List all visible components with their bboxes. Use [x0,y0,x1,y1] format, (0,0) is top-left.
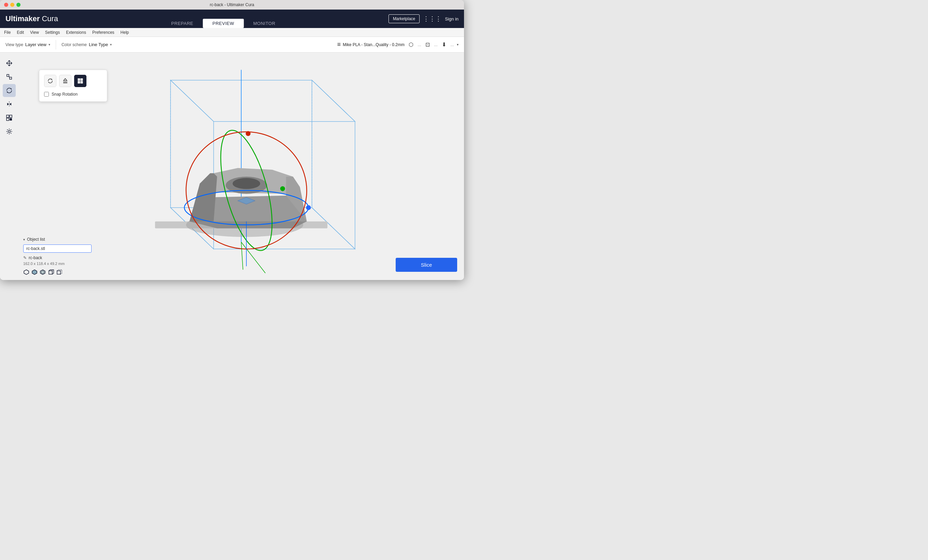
mirror-icon [6,101,13,108]
align-to-surface-button[interactable] [59,75,72,87]
menubar: File Edit View Settings Extensions Prefe… [0,28,464,37]
svg-marker-24 [190,173,217,221]
move-icon [6,60,13,67]
edit-icon: ✎ [23,256,27,260]
move-tool-button[interactable] [3,57,16,70]
rotate-icon [6,87,13,94]
svg-rect-5 [9,115,12,117]
object-action-btn-2[interactable] [31,269,38,277]
snap-rotation-row: Snap Rotation [44,92,102,97]
svg-point-8 [8,131,10,132]
main-area: Snap Rotation ▾ Object list ✎ rc-back 16… [0,53,464,280]
title-bar: rc-back - Ultimaker Cura [0,0,464,9]
nozzle-dots: … [418,43,421,47]
minimize-button[interactable] [10,3,14,7]
rotation-icons [44,75,102,87]
support-mesh-icon [56,269,62,275]
svg-rect-1 [9,77,12,79]
support-dots: … [450,43,454,47]
nozzle-icon[interactable]: ⬡ [407,41,415,49]
header-right: Marketplace ⋮⋮⋮ Sign in [389,14,458,23]
support-tool-button[interactable] [3,111,16,124]
scale-tool-button[interactable] [3,70,16,83]
svg-rect-42 [78,81,80,83]
view-type-value: Layer view [25,42,46,47]
menu-edit[interactable]: Edit [17,30,24,35]
snap-rotation-button[interactable] [74,75,87,87]
header: Ultimaker Cura PREPARE PREVIEW MONITOR M… [0,9,464,28]
object-list-chevron-icon: ▾ [23,237,25,241]
window-title: rc-back - Ultimaker Cura [210,2,254,7]
app-logo: Ultimaker Cura [6,14,58,23]
svg-rect-0 [7,75,9,76]
mirror-tool-button[interactable] [3,97,16,111]
color-scheme-section: Color scheme Line Type ▾ [61,42,337,47]
object-action-btn-3[interactable] [40,269,46,277]
view-type-dropdown[interactable]: Layer view ▾ [25,42,50,47]
menu-extensions[interactable]: Extensions [66,30,86,35]
printer-profile-section: ≡ Mike PLA - Stan...Quality - 0.2mm [337,41,404,48]
svg-rect-50 [57,271,61,274]
filament-icon[interactable]: ⊡ [424,41,431,49]
snap-icon [77,78,83,84]
snap-rotation-label: Snap Rotation [52,92,78,97]
svg-marker-45 [32,270,37,274]
support-blocker-icon [6,114,13,121]
svg-marker-9 [171,80,355,122]
signin-button[interactable]: Sign in [445,17,458,21]
logo-light: Cura [40,14,58,23]
wireframe-icon [23,269,29,275]
cube-icon [48,269,54,275]
menu-file[interactable]: File [4,30,11,35]
object-list-header[interactable]: ▾ Object list [23,237,113,242]
slice-btn-container: Slice [396,258,457,272]
snap-rotation-checkbox[interactable] [44,92,49,97]
rotate-tool-button[interactable] [3,84,16,97]
support-icon[interactable]: ⬇ [440,41,447,49]
reset-rotation-button[interactable] [44,75,56,87]
reset-rotation-icon [47,78,53,84]
scale-icon [6,73,13,80]
menu-preferences[interactable]: Preferences [92,30,114,35]
svg-rect-43 [81,81,83,83]
svg-point-34 [280,186,285,191]
solid-icon [31,269,38,275]
tab-preview[interactable]: PREVIEW [203,19,244,28]
slice-button[interactable]: Slice [396,258,457,272]
object-action-btn-5[interactable] [56,269,62,277]
menu-view[interactable]: View [30,30,39,35]
menu-settings[interactable]: Settings [45,30,60,35]
svg-marker-37 [64,79,67,81]
close-button[interactable] [4,3,8,7]
object-actions [23,269,113,277]
menu-help[interactable]: Help [121,30,129,35]
grid-icon[interactable]: ⋮⋮⋮ [423,15,441,23]
svg-line-36 [241,242,243,270]
svg-rect-40 [78,79,80,81]
rotation-popup: Snap Rotation [39,70,107,102]
tab-prepare[interactable]: PREPARE [162,19,203,28]
svg-rect-48 [49,271,52,274]
svg-point-27 [233,178,260,189]
hollow-icon [40,269,46,275]
object-list-label: Object list [27,237,45,242]
object-action-btn-1[interactable] [23,269,29,277]
tab-monitor[interactable]: MONITOR [244,19,285,28]
align-surface-icon [62,78,68,84]
per-model-settings-icon [6,128,13,135]
object-filename-input[interactable] [23,245,92,253]
color-scheme-dropdown[interactable]: Line Type ▾ [89,42,112,47]
printer-profile-label: Mike PLA - Stan...Quality - 0.2mm [343,43,404,47]
maximize-button[interactable] [17,3,20,7]
logo-bold: Ultimaker [6,14,40,23]
left-toolbar [0,53,18,280]
per-model-settings-button[interactable] [3,125,16,138]
svg-marker-44 [24,270,29,274]
window-controls[interactable] [4,3,20,7]
right-toolbar-chevron-icon[interactable]: ▾ [457,43,458,46]
object-dimensions: 162.0 x 118.4 x 49.2 mm [23,262,113,266]
marketplace-button[interactable]: Marketplace [389,14,420,23]
object-action-btn-4[interactable] [48,269,54,277]
color-scheme-chevron-icon: ▾ [110,43,112,46]
canvas-area[interactable]: Snap Rotation ▾ Object list ✎ rc-back 16… [18,53,464,280]
